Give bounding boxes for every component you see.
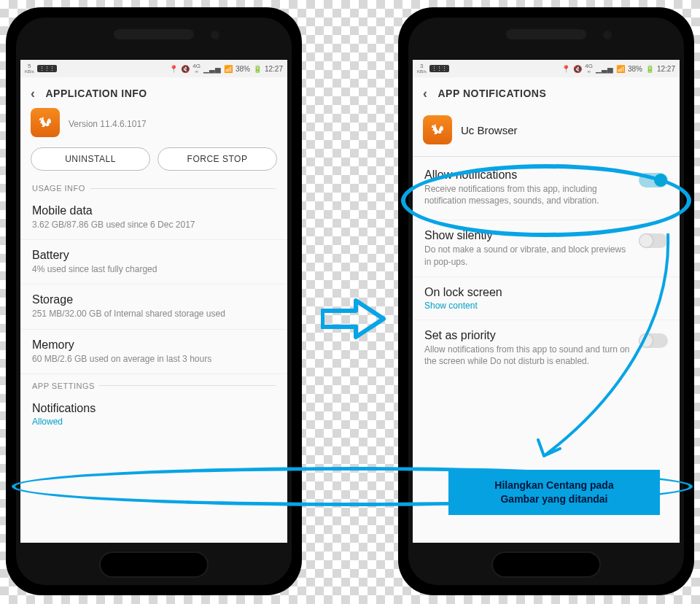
section-usage-info: USAGE INFO — [20, 181, 287, 195]
silent-toggle[interactable] — [639, 233, 668, 248]
net-speed-value: 3 — [420, 63, 423, 69]
allow-toggle[interactable] — [639, 173, 668, 187]
section-usage-label: USAGE INFO — [32, 184, 85, 193]
page-title: APPLICATION INFO — [46, 88, 147, 99]
front-camera — [603, 31, 612, 39]
wifi-icon: ▁▃▅ — [596, 65, 613, 73]
setting-priority[interactable]: Set as priority Allow notifications from… — [413, 320, 680, 376]
net-speed-indicator: 5 KB/s — [25, 63, 34, 74]
status-bar: 5 KB/s ⋮⋮⋮ 📍 🔇 4G ∞ ▁▃▅ 📶 38% 🔋 — [20, 60, 287, 77]
big-arrow-icon — [321, 298, 386, 340]
net-speed-unit: KB/s — [417, 69, 427, 74]
signal-icon: 📶 — [224, 65, 233, 73]
setting-allow-notifications[interactable]: Allow notifications Receive notification… — [413, 157, 680, 220]
screen-left: 5 KB/s ⋮⋮⋮ 📍 🔇 4G ∞ ▁▃▅ 📶 38% 🔋 — [20, 60, 287, 543]
allow-title: Allow notifications — [424, 169, 631, 182]
app-icon: 🐿 — [423, 115, 452, 144]
net-speed-unit: KB/s — [25, 69, 34, 74]
instruction-banner: Hilangkan Centang pada Gambar yang ditan… — [448, 470, 660, 515]
phone-frame-left: 5 KB/s ⋮⋮⋮ 📍 🔇 4G ∞ ▁▃▅ 📶 38% 🔋 — [6, 7, 302, 595]
banner-line1: Hilangkan Centang pada — [459, 479, 650, 492]
section-line — [99, 385, 276, 386]
clock: 12:27 — [657, 65, 675, 73]
earpiece — [114, 29, 194, 39]
clock: 12:27 — [265, 65, 283, 73]
app-header-row: 🐿 Version 11.4.6.1017 — [20, 107, 287, 144]
app-bar: ‹ APPLICATION INFO — [20, 77, 287, 109]
network-type: 4G ∞ — [585, 63, 593, 74]
home-button[interactable] — [491, 551, 601, 578]
uninstall-button[interactable]: UNINSTALL — [31, 147, 150, 171]
back-button[interactable]: ‹ — [423, 86, 428, 101]
priority-toggle[interactable] — [639, 333, 668, 348]
battery-title: Battery — [32, 249, 276, 262]
lock-link: Show content — [424, 301, 668, 311]
location-icon: 📍 — [561, 65, 570, 73]
silent-title: Show silently — [424, 229, 631, 242]
priority-title: Set as priority — [424, 329, 631, 342]
allow-sub: Receive notifications from this app, inc… — [424, 183, 631, 206]
earpiece — [506, 29, 586, 39]
notifications-title: Notifications — [32, 402, 276, 415]
notifications-status: Allowed — [32, 417, 276, 427]
net-speed-value: 5 — [28, 63, 31, 69]
mobile-data-sub: 3.62 GB/87.86 GB used since 6 Dec 2017 — [32, 219, 276, 231]
front-camera — [211, 31, 219, 39]
network-type: 4G ∞ — [192, 63, 201, 74]
section-app-label: APP SETTINGS — [32, 382, 95, 390]
setting-storage[interactable]: Storage 251 MB/32.00 GB of Internal shar… — [20, 284, 287, 329]
memory-title: Memory — [32, 338, 276, 352]
mobile-data-title: Mobile data — [32, 204, 276, 217]
setting-notifications[interactable]: Notifications Allowed — [20, 393, 287, 435]
banner-line2: Gambar yang ditandai — [459, 492, 650, 506]
setting-lock-screen[interactable]: On lock screen Show content — [413, 277, 680, 320]
network-sub: ∞ — [195, 69, 198, 74]
storage-sub: 251 MB/32.00 GB of Internal shared stora… — [32, 308, 276, 320]
bbm-icon: ⋮⋮⋮ — [37, 65, 57, 72]
bbm-icon: ⋮⋮⋮ — [429, 65, 449, 72]
battery-icon: 🔋 — [253, 65, 262, 73]
priority-sub: Allow notifications from this app to sou… — [424, 344, 631, 367]
battery-pct: 38% — [628, 65, 642, 73]
signal-icon: 📶 — [616, 65, 625, 73]
battery-pct: 38% — [236, 65, 250, 73]
lock-title: On lock screen — [424, 286, 668, 299]
back-button[interactable]: ‹ — [31, 86, 36, 101]
battery-icon: 🔋 — [645, 65, 654, 73]
home-button[interactable] — [99, 551, 209, 578]
memory-sub: 60 MB/2.6 GB used on average in last 3 h… — [32, 353, 276, 365]
sound-icon: 🔇 — [573, 65, 582, 73]
app-version: Version 11.4.6.1017 — [69, 119, 147, 129]
app-header-row: 🐿 Uc Browser — [413, 109, 680, 156]
setting-mobile-data[interactable]: Mobile data 3.62 GB/87.86 GB used since … — [20, 195, 287, 240]
phone-inner-left: 5 KB/s ⋮⋮⋮ 📍 🔇 4G ∞ ▁▃▅ 📶 38% 🔋 — [16, 18, 292, 585]
page-title: APP NOTIFICATIONS — [438, 88, 547, 99]
app-icon: 🐿 — [31, 108, 60, 137]
squirrel-icon: 🐿 — [431, 123, 444, 138]
setting-memory[interactable]: Memory 60 MB/2.6 GB used on average in l… — [20, 330, 287, 374]
status-bar: 3 KB/s ⋮⋮⋮ 📍 🔇 4G ∞ ▁▃▅ 📶 38% 🔋 — [413, 60, 680, 77]
force-stop-button[interactable]: FORCE STOP — [158, 147, 277, 171]
setting-show-silently[interactable]: Show silently Do not make a sound or vib… — [413, 220, 680, 276]
squirrel-icon: 🐿 — [39, 115, 52, 131]
app-name: Uc Browser — [461, 124, 518, 136]
battery-sub: 4% used since last fully charged — [32, 263, 276, 275]
action-buttons: UNINSTALL FORCE STOP — [20, 144, 287, 181]
setting-battery[interactable]: Battery 4% used since last fully charged — [20, 240, 287, 284]
app-bar: ‹ APP NOTIFICATIONS — [413, 77, 680, 109]
silent-sub: Do not make a sound or vibrate, and bloc… — [424, 244, 631, 267]
net-speed-indicator: 3 KB/s — [417, 63, 427, 74]
section-line — [90, 188, 276, 189]
storage-title: Storage — [32, 293, 276, 306]
sound-icon: 🔇 — [181, 65, 190, 73]
section-app-settings: APP SETTINGS — [20, 374, 287, 393]
network-4g: 4G — [192, 63, 201, 69]
location-icon: 📍 — [169, 65, 178, 73]
wifi-icon: ▁▃▅ — [203, 65, 221, 73]
